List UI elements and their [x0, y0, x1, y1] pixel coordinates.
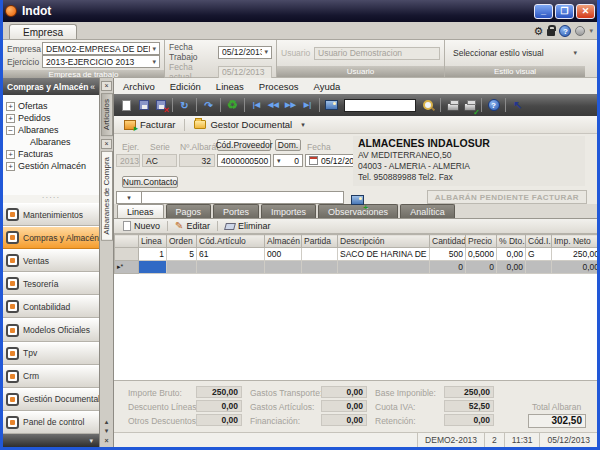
menu-procesos[interactable]: Procesos — [259, 81, 299, 92]
tab-empresa[interactable]: Empresa — [9, 24, 77, 39]
expand-plus-icon[interactable]: + — [6, 150, 15, 159]
serie-field[interactable]: AC — [142, 154, 177, 167]
sidebar-item-compras-almacen[interactable]: Compras y Almacén — [3, 226, 99, 249]
dom-button[interactable]: Dom. — [275, 139, 301, 151]
tree-item-pedidos[interactable]: +Pedidos — [6, 112, 96, 124]
row-selector[interactable] — [115, 248, 139, 261]
delete-record-icon[interactable] — [153, 97, 168, 113]
num-contacto-button[interactable]: Num.Contacto — [122, 176, 178, 188]
redo-icon[interactable]: ↷ — [201, 97, 216, 113]
menu-edicion[interactable]: Edición — [170, 81, 201, 92]
contacto-dropdown[interactable]: ▾ — [116, 191, 142, 204]
scroll-up-icon[interactable]: ▴ — [105, 418, 109, 426]
recycle-trash-icon[interactable]: ♻ — [225, 97, 240, 113]
gestor-documental-button[interactable]: Gestor Documental — [189, 118, 297, 131]
image-search-icon[interactable] — [324, 97, 339, 113]
restore-button[interactable]: ❐ — [555, 4, 574, 19]
chevron-down-icon[interactable]: ▾ — [301, 121, 305, 129]
expand-plus-icon[interactable]: + — [6, 102, 15, 111]
doc-tab-articulos[interactable]: × Artículos — [101, 81, 113, 136]
refresh-icon[interactable]: ↻ — [177, 97, 192, 113]
fecha-field[interactable]: 05/12/2013 — [305, 154, 359, 167]
nav-first-icon[interactable]: |◀ — [249, 97, 264, 113]
collapse-minus-icon[interactable]: − — [6, 126, 15, 135]
table-row[interactable]: 1 5 61 000 SACO DE HARINA DE 3Kg 500 0,5… — [115, 248, 598, 261]
sidebar-item-modelos-oficiales[interactable]: Modelos Oficiales — [3, 318, 99, 341]
settings-gear-icon[interactable]: ⚙ — [534, 26, 544, 37]
sidebar-item-crm[interactable]: Crm — [3, 365, 99, 388]
cod-proveedor-button[interactable]: Cód.Proveedor — [217, 139, 271, 151]
tab-portes[interactable]: Portes — [213, 204, 259, 218]
close-button[interactable]: ✕ — [576, 4, 595, 19]
nav-next-icon[interactable]: ▶▶ — [283, 97, 298, 113]
tab-pagos[interactable]: Pagos — [166, 204, 212, 218]
selected-cell[interactable] — [139, 261, 167, 274]
fecha-trabajo-select[interactable]: 05/12/2013▾ — [218, 46, 272, 59]
close-icon[interactable]: × — [101, 81, 112, 91]
style-circle-icon[interactable] — [575, 26, 585, 36]
ejercicio-select[interactable]: 2013-EJERCICIO 2013▾ — [42, 55, 160, 68]
tree-item-albaranes-child[interactable]: Albaranes — [6, 136, 96, 148]
proveedor-telefono: Tel. 950889988 Tel2. Fax — [358, 172, 580, 182]
proveedor-code-field[interactable]: 4000000500 — [217, 154, 271, 167]
tree-item-gestion-almacen[interactable]: +Gestión Almacén — [6, 160, 96, 172]
tree-item-ofertas[interactable]: +Ofertas — [6, 100, 96, 112]
sidebar-item-contabilidad[interactable]: Contabilidad — [3, 295, 99, 318]
back-arrow-icon[interactable]: ↖ — [510, 97, 525, 113]
image-add-icon[interactable] — [350, 192, 365, 208]
chevron-down-icon[interactable]: ▾ — [89, 437, 93, 445]
close-icon[interactable]: × — [101, 139, 112, 149]
print-icon[interactable] — [445, 97, 460, 113]
group-caption-estilo: Estilo visual — [445, 66, 585, 77]
sidebar-item-tesoreria[interactable]: Tesorería — [3, 272, 99, 295]
minimize-button[interactable]: _ — [534, 4, 553, 19]
tree-item-albaranes[interactable]: −Albaranes — [6, 124, 96, 136]
tab-lineas[interactable]: Lineas — [117, 204, 164, 218]
menu-ayuda[interactable]: Ayuda — [313, 81, 340, 92]
total-albaran-value: 302,50 — [528, 414, 586, 428]
scroll-down-icon[interactable]: ▾ — [105, 427, 109, 435]
tree-item-facturas[interactable]: +Facturas — [6, 148, 96, 160]
eliminar-button[interactable]: Eliminar — [220, 221, 276, 231]
archive-icon — [6, 393, 19, 406]
expand-plus-icon[interactable]: + — [6, 114, 15, 123]
save-record-icon[interactable] — [136, 97, 151, 113]
empresa-select[interactable]: DEMO2-EMPRESA DE DEMOSTRACI...▾ — [42, 42, 160, 55]
estilo-visual-select[interactable]: Seleccionar estilo visual▾ — [449, 47, 581, 60]
doc-tab-albaranes-compra[interactable]: × Albaranes de Compra — [101, 139, 113, 241]
menu-lineas[interactable]: Lineas — [216, 81, 244, 92]
nav-last-icon[interactable]: ▶| — [300, 97, 315, 113]
sidebar-item-gestion-documental[interactable]: Gestión Documental — [3, 388, 99, 411]
search-input[interactable] — [344, 99, 416, 112]
new-record-icon[interactable] — [119, 97, 134, 113]
dom-field[interactable]: ▾0 — [273, 154, 303, 167]
expand-plus-icon[interactable]: + — [6, 162, 15, 171]
close-icon[interactable]: × — [104, 437, 108, 445]
editar-button[interactable]: ✎Editar — [170, 221, 215, 231]
sidebar-splitter[interactable]: ····· — [3, 195, 99, 203]
new-row[interactable]: ▸* 0 0 0,00 0,00 — [115, 261, 598, 274]
lock-icon[interactable] — [547, 29, 555, 36]
nav-prev-icon[interactable]: ◀◀ — [266, 97, 281, 113]
help-icon[interactable]: ? — [486, 97, 501, 113]
menu-archivo[interactable]: Archivo — [123, 81, 155, 92]
sidebar-item-panel-control[interactable]: Panel de control — [3, 411, 99, 434]
sidebar-item-tpv[interactable]: Tpv — [3, 342, 99, 365]
proveedor-ciudad: 04003 - ALMERIA - ALMERIA — [358, 161, 580, 171]
calendar-icon[interactable] — [309, 156, 318, 165]
search-icon[interactable] — [421, 97, 436, 113]
tab-analitica[interactable]: Analítica — [400, 204, 455, 218]
collapse-icon[interactable]: « — [90, 82, 95, 92]
sidebar-item-mantenimientos[interactable]: Mantenimientos — [3, 203, 99, 226]
albaran-number-field[interactable]: 32 — [179, 154, 215, 167]
contacto-input[interactable] — [142, 191, 344, 204]
print-preview-icon[interactable] — [462, 97, 477, 113]
facturar-button[interactable]: Facturar — [119, 118, 180, 131]
chevron-down-icon[interactable]: ▾ — [589, 27, 593, 35]
nuevo-button[interactable]: Nuevo — [118, 221, 165, 231]
proveedor-direccion: AV MEDITERRANEO,50 — [358, 150, 580, 160]
sidebar-item-ventas[interactable]: Ventas — [3, 249, 99, 272]
chevron-down-icon[interactable]: ▾ — [277, 157, 281, 165]
help-icon[interactable]: ? — [559, 25, 571, 37]
tab-importes[interactable]: Importes — [261, 204, 316, 218]
